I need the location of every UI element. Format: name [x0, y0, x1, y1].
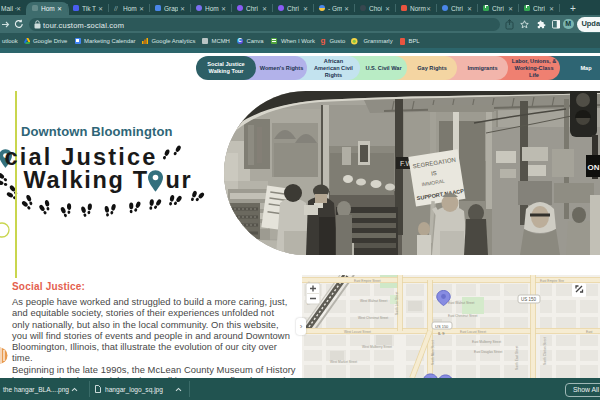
svg-text:East: East — [586, 330, 592, 334]
svg-text:East Locust Street: East Locust Street — [460, 330, 486, 334]
svg-text:West Mulberry Street: West Mulberry Street — [362, 345, 392, 349]
svg-text:West Market Street: West Market Street — [330, 360, 357, 364]
svg-text:East Empire Street: East Empire Street — [354, 279, 381, 283]
svg-text:East Walnut Street: East Walnut Street — [448, 301, 475, 305]
svg-text:IS: IS — [431, 170, 438, 177]
svg-text:East Empire Stre: East Empire Stre — [540, 279, 564, 283]
svg-text:West Chestnut Street: West Chestnut Street — [358, 316, 388, 320]
svg-text:West Walnut Street: West Walnut Street — [360, 299, 387, 303]
svg-text:East Douglas Street: East Douglas Street — [474, 350, 502, 354]
svg-text:North Lee Street: North Lee Street — [395, 291, 399, 315]
svg-text:East Chestnut Street: East Chestnut Street — [448, 314, 478, 318]
svg-text:North Clinton Street: North Clinton Street — [543, 337, 547, 365]
svg-text:IL 9: IL 9 — [438, 331, 445, 336]
svg-text:US 150: US 150 — [435, 324, 449, 329]
svg-text:ON: ON — [588, 163, 600, 172]
svg-text:East Mulberry Street: East Mulberry Street — [472, 340, 501, 344]
svg-text:West Locust Street: West Locust Street — [344, 330, 371, 334]
svg-text:North East Street: North East Street — [515, 345, 519, 370]
svg-text:US 150: US 150 — [521, 297, 537, 302]
svg-text:North Main Street: North Main Street — [431, 340, 435, 365]
